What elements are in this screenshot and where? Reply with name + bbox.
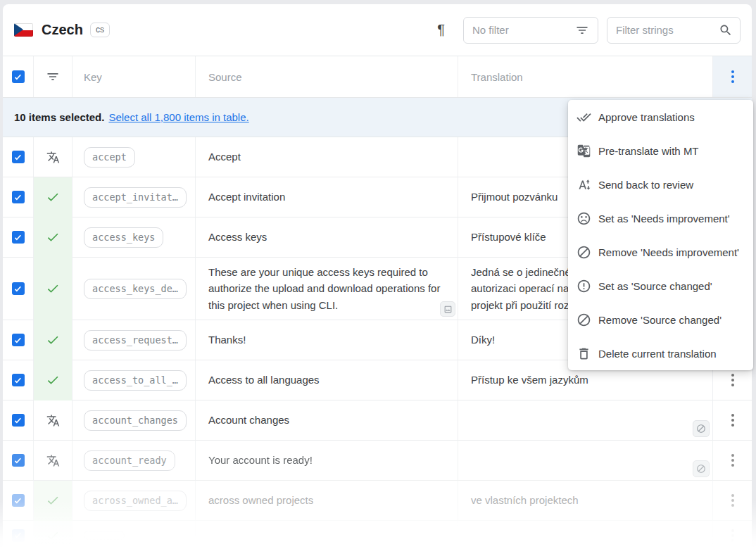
translated-check-icon: [46, 373, 60, 387]
row-menu-button[interactable]: [727, 410, 738, 431]
show-whitespace-icon[interactable]: ¶: [437, 22, 445, 38]
status-cell: [34, 481, 73, 521]
alert-circle-icon: [577, 279, 591, 294]
source-cell[interactable]: These are your unique access keys requir…: [196, 258, 458, 320]
image-icon: [443, 305, 453, 314]
menu-item-delete-current-translation[interactable]: Delete current translation: [568, 336, 753, 370]
language-header: Czech cs ¶ No filter: [3, 4, 752, 56]
row-menu-button[interactable]: [727, 490, 738, 511]
block-icon: [577, 313, 591, 327]
row-checkbox[interactable]: [12, 414, 25, 427]
language-title: Czech: [42, 22, 83, 38]
translation-cell[interactable]: [458, 441, 713, 481]
source-cell[interactable]: Access keys: [196, 217, 458, 258]
filter-list-icon: [575, 23, 589, 37]
source-cell[interactable]: Accept: [196, 137, 458, 177]
row-checkbox[interactable]: [12, 494, 25, 507]
row-checkbox[interactable]: [12, 231, 25, 244]
key-badge[interactable]: accept_invitat…: [84, 187, 187, 208]
key-badge[interactable]: account_ready: [84, 450, 175, 471]
table-row: account_ready Your account is ready!: [3, 441, 752, 481]
untranslated-icon: [46, 454, 60, 467]
block-icon: [577, 245, 591, 260]
menu-item-set-needs-improvement[interactable]: Set as 'Needs improvement': [568, 201, 753, 235]
key-badge[interactable]: account_changes: [84, 410, 187, 431]
bulk-actions-menu: Approve translations Pre-translate with …: [568, 100, 753, 370]
source-cell[interactable]: Your account is ready!: [196, 441, 458, 481]
translation-cell[interactable]: [458, 521, 713, 549]
row-checkbox[interactable]: [12, 282, 25, 295]
bulk-actions-menu-button[interactable]: [727, 66, 738, 87]
translated-check-icon: [46, 333, 60, 347]
translated-check-icon: [46, 529, 60, 543]
key-badge[interactable]: access_keys: [84, 227, 163, 248]
source-cell[interactable]: Accept invitation: [196, 177, 458, 217]
menu-item-pre-translate-mt[interactable]: Pre-translate with MT: [568, 134, 753, 168]
untranslated-icon: [46, 414, 60, 427]
language-code-badge: cs: [90, 23, 110, 37]
row-checkbox[interactable]: [12, 529, 25, 542]
screenshot-badge[interactable]: [440, 301, 455, 317]
key-badge[interactable]: across_owned_a…: [84, 491, 187, 511]
status-cell: [34, 441, 73, 481]
search-icon[interactable]: [719, 23, 733, 37]
key-badge[interactable]: [84, 531, 125, 540]
key-badge[interactable]: access_keys_de…: [84, 279, 187, 299]
filter-dropdown[interactable]: No filter: [463, 17, 598, 44]
hidden-string-badge: [693, 460, 710, 477]
row-checkbox[interactable]: [12, 334, 25, 346]
translated-check-icon: [46, 493, 60, 507]
row-menu-button[interactable]: [727, 370, 738, 391]
row-checkbox[interactable]: [12, 151, 25, 163]
row-checkbox[interactable]: [12, 454, 25, 467]
selected-count-text: 10 items selected.: [14, 111, 104, 123]
row-menu-button[interactable]: [727, 525, 738, 546]
table-row: across_owned_a… across owned projects ve…: [3, 481, 752, 521]
sad-face-icon: [577, 211, 591, 226]
source-cell[interactable]: Access to all languages: [196, 360, 458, 400]
key-badge[interactable]: access_request…: [84, 330, 187, 351]
menu-item-send-back-to-review[interactable]: Send back to review: [568, 168, 753, 201]
status-cell: [34, 217, 73, 258]
filter-dropdown-value: No filter: [472, 24, 509, 36]
hidden-string-badge: [693, 420, 710, 437]
row-menu-button[interactable]: [727, 450, 738, 471]
menu-item-set-source-changed[interactable]: Set as 'Source changed': [568, 269, 753, 303]
table-row: account_changes Account changes: [3, 400, 752, 441]
key-badge[interactable]: access_to_all_…: [84, 370, 187, 391]
source-cell[interactable]: [196, 521, 458, 549]
row-checkbox[interactable]: [12, 374, 25, 386]
status-filter-icon[interactable]: [46, 70, 60, 84]
source-cell[interactable]: across owned projects: [196, 481, 458, 521]
g-translate-icon: [577, 144, 591, 158]
search-box: [607, 17, 741, 44]
status-cell: [34, 137, 73, 177]
send-review-icon: [577, 177, 591, 192]
table-header: Key Source Translation: [3, 56, 752, 98]
table-row: [3, 521, 752, 549]
hidden-icon: [696, 464, 706, 474]
select-all-checkbox[interactable]: [12, 70, 25, 83]
select-all-link[interactable]: Select all 1,800 items in table.: [108, 111, 248, 123]
status-cell: [34, 258, 73, 320]
menu-item-remove-needs-improvement[interactable]: Remove 'Needs improvement': [568, 235, 753, 269]
status-cell: [34, 521, 73, 549]
translated-check-icon: [46, 190, 60, 204]
menu-item-approve-translations[interactable]: Approve translations: [568, 100, 753, 134]
menu-item-remove-source-changed[interactable]: Remove 'Source changed': [568, 303, 753, 336]
key-badge[interactable]: accept: [84, 147, 135, 168]
translated-check-icon: [46, 230, 60, 244]
czech-flag-icon: [14, 23, 33, 37]
translated-check-icon: [46, 282, 60, 296]
search-input[interactable]: [616, 24, 719, 36]
source-cell[interactable]: Thanks!: [196, 320, 458, 360]
column-header-key: Key: [84, 71, 102, 83]
column-header-source: Source: [208, 71, 242, 83]
source-cell[interactable]: Account changes: [196, 400, 458, 441]
status-cell: [34, 360, 73, 400]
translation-cell[interactable]: ve vlastních projektech: [458, 481, 713, 521]
done-all-icon: [577, 110, 591, 125]
row-checkbox[interactable]: [12, 191, 25, 203]
translation-cell[interactable]: [458, 400, 713, 441]
status-cell: [34, 177, 73, 217]
